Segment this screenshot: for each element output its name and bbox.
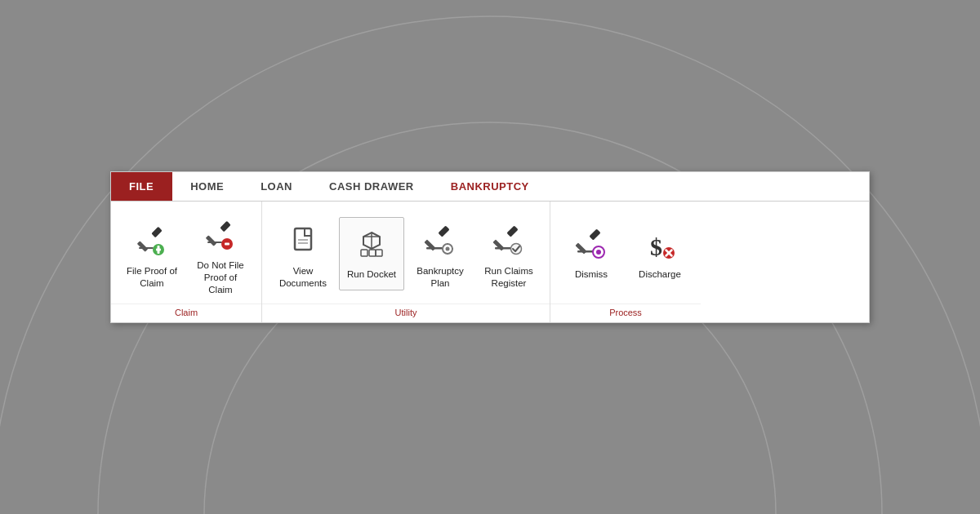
process-section-label: Process bbox=[550, 304, 701, 322]
dismiss-button[interactable]: Dismiss bbox=[559, 217, 624, 290]
tab-home[interactable]: HOME bbox=[172, 172, 243, 201]
section-claim: File Proof of Claim bbox=[111, 202, 262, 322]
svg-rect-4 bbox=[137, 241, 148, 252]
bankruptcy-plan-icon bbox=[421, 221, 460, 260]
bankruptcy-plan-button[interactable]: Bankruptcy Plan bbox=[408, 214, 473, 294]
run-docket-icon bbox=[352, 224, 391, 264]
claim-buttons: File Proof of Claim bbox=[111, 202, 261, 304]
process-buttons: Dismiss $ Discharge bbox=[550, 202, 701, 304]
svg-rect-22 bbox=[376, 250, 382, 256]
file-proof-icon bbox=[132, 221, 172, 260]
svg-rect-32 bbox=[506, 226, 518, 237]
view-documents-icon bbox=[283, 221, 323, 260]
svg-rect-23 bbox=[438, 226, 449, 237]
run-claims-register-button[interactable]: Run Claims Register bbox=[476, 214, 541, 294]
svg-rect-13 bbox=[225, 243, 229, 246]
ribbon: FILE HOME LOAN CASH DRAWER BANKRUPTCY bbox=[110, 171, 870, 323]
svg-rect-20 bbox=[361, 250, 368, 256]
svg-rect-5 bbox=[139, 247, 154, 249]
do-not-file-proof-of-claim-button[interactable]: Do Not File Proof of Claim bbox=[188, 208, 253, 300]
do-not-file-label: Do Not File Proof of Claim bbox=[194, 259, 247, 296]
svg-rect-10 bbox=[206, 235, 216, 246]
tab-loan[interactable]: LOAN bbox=[243, 172, 311, 201]
tab-bankruptcy[interactable]: BANKRUPTCY bbox=[433, 172, 548, 201]
bankruptcy-plan-label: Bankruptcy Plan bbox=[413, 265, 467, 290]
view-documents-button[interactable]: View Documents bbox=[270, 214, 336, 294]
svg-rect-34 bbox=[495, 247, 511, 250]
svg-rect-9 bbox=[220, 221, 230, 232]
tab-file[interactable]: FILE bbox=[111, 172, 172, 201]
utility-section-label: Utility bbox=[262, 304, 550, 322]
run-claims-register-label: Run Claims Register bbox=[482, 265, 536, 290]
dismiss-label: Dismiss bbox=[575, 268, 608, 281]
run-docket-label: Run Docket bbox=[347, 268, 396, 281]
file-proof-of-claim-label: File Proof of Claim bbox=[125, 265, 179, 290]
svg-rect-14 bbox=[295, 228, 311, 250]
svg-point-40 bbox=[596, 250, 601, 255]
svg-rect-8 bbox=[158, 246, 160, 254]
svg-rect-36 bbox=[589, 229, 600, 241]
file-proof-of-claim-button[interactable]: File Proof of Claim bbox=[119, 214, 185, 294]
svg-point-27 bbox=[446, 247, 450, 251]
discharge-button[interactable]: $ Discharge bbox=[627, 217, 693, 290]
utility-buttons: View Documents bbox=[262, 202, 550, 304]
svg-rect-11 bbox=[207, 241, 222, 243]
section-utility: View Documents bbox=[262, 202, 550, 322]
tab-bar: FILE HOME LOAN CASH DRAWER BANKRUPTCY bbox=[111, 172, 869, 202]
svg-rect-25 bbox=[426, 247, 443, 250]
svg-rect-21 bbox=[369, 250, 376, 256]
view-documents-label: View Documents bbox=[276, 265, 330, 290]
ribbon-content: File Proof of Claim bbox=[111, 202, 869, 322]
discharge-icon: $ bbox=[640, 224, 679, 264]
section-process: Dismiss $ Discharge bbox=[550, 202, 701, 322]
dismiss-icon bbox=[572, 224, 611, 264]
svg-rect-38 bbox=[577, 250, 594, 253]
claim-section-label: Claim bbox=[111, 304, 261, 322]
discharge-label: Discharge bbox=[639, 268, 681, 281]
svg-text:$: $ bbox=[650, 233, 662, 260]
do-not-file-icon bbox=[201, 215, 240, 255]
svg-rect-3 bbox=[151, 227, 162, 237]
run-docket-button[interactable]: Run Docket bbox=[339, 217, 404, 290]
tab-cash-drawer[interactable]: CASH DRAWER bbox=[311, 172, 433, 201]
run-claims-register-icon bbox=[489, 221, 528, 260]
